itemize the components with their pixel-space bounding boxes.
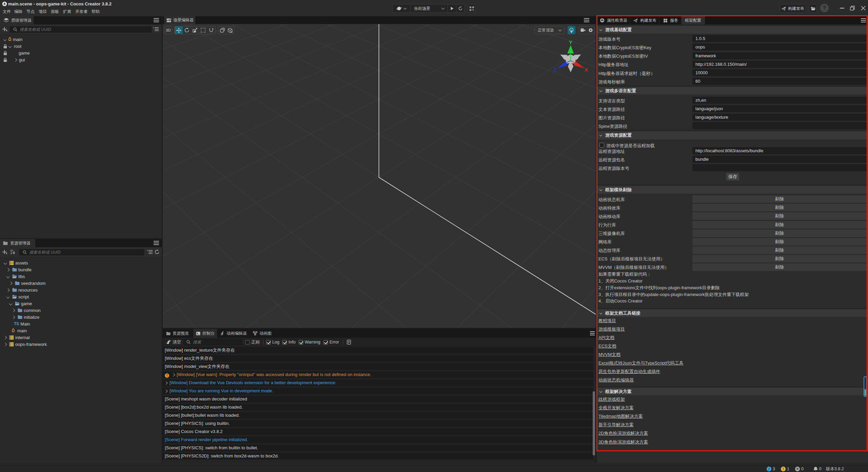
svg-text:X: X [585, 67, 588, 73]
svg-text:Y: Y [569, 39, 572, 45]
svg-text:Z: Z [553, 67, 556, 73]
